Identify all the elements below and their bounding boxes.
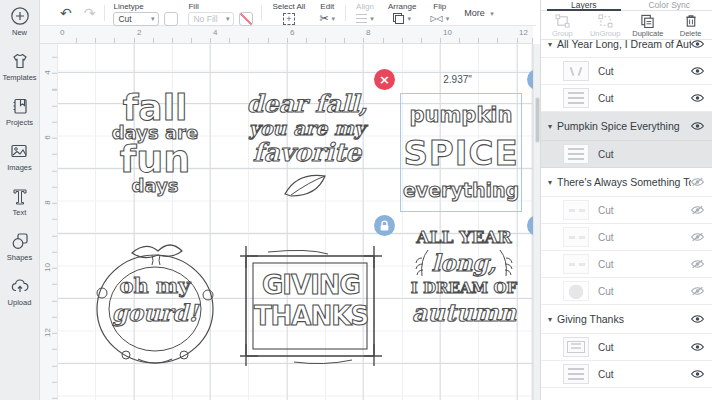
- tab-color-sync[interactable]: Color Sync: [627, 0, 712, 10]
- caret-down-icon: ▾: [226, 15, 230, 23]
- visibility-eye-icon[interactable]: [691, 342, 704, 352]
- left-sidebar: New Templates Projects Images Text: [0, 0, 40, 400]
- redo-icon: ↷: [84, 5, 96, 21]
- tab-layers[interactable]: Layers: [541, 0, 627, 10]
- undo-button[interactable]: ↶: [54, 6, 78, 20]
- sidebar-item-templates[interactable]: Templates: [2, 50, 36, 82]
- layer-row[interactable]: Cut: [541, 251, 712, 278]
- visibility-eye-icon[interactable]: [691, 40, 704, 49]
- arrange-button[interactable]: Arrange ▾: [381, 0, 423, 25]
- layer-group-row[interactable]: ▾ All Year Long, I Dream of Autu...: [541, 40, 712, 58]
- layer-group-row[interactable]: ▾ There's Always Something To ...: [541, 168, 712, 197]
- more-button[interactable]: More ▾: [456, 8, 502, 18]
- panel-action-bar: Group UnGroup Duplicate Delete: [541, 11, 712, 40]
- ruler-number: 0: [60, 28, 64, 37]
- layer-row[interactable]: Cut: [541, 58, 712, 85]
- visibility-eye-icon[interactable]: [691, 369, 704, 379]
- sidebar-item-shapes[interactable]: Shapes: [7, 230, 32, 262]
- leaf-outline-art: [281, 168, 333, 202]
- selection-bounding-box[interactable]: 2.937" pumpkin SPICE everything × ↺: [400, 93, 522, 212]
- group-caret-icon[interactable]: ▾: [548, 315, 552, 324]
- layer-thumbnail: [563, 200, 589, 220]
- visibility-off-icon[interactable]: [691, 259, 704, 269]
- design-giving-thanks[interactable]: GIVING THANKS: [238, 242, 384, 370]
- linetype-select[interactable]: Cut ▾: [113, 12, 159, 26]
- visibility-eye-icon[interactable]: [691, 121, 704, 131]
- align-icon: [356, 14, 367, 23]
- layer-group-row-selected[interactable]: ▾ Pumpkin Spice Everything: [541, 112, 712, 141]
- ungroup-button[interactable]: UnGroup: [584, 11, 627, 39]
- toolbar-divider: [345, 5, 346, 21]
- leaf-sprig-right-art: [496, 248, 514, 278]
- group-icon: [555, 14, 570, 28]
- layer-row[interactable]: Cut: [541, 278, 712, 305]
- delete-handle[interactable]: ×: [374, 69, 395, 90]
- fill-label: Fill: [188, 2, 198, 11]
- delete-button[interactable]: Delete: [669, 11, 712, 39]
- align-button[interactable]: Align ▾: [349, 0, 381, 25]
- design-pumpkin-spice-everything[interactable]: pumpkin SPICE everything: [401, 94, 521, 211]
- layers-panel: Layers Color Sync Group UnGroup Duplicat…: [540, 0, 712, 400]
- fill-value: No Fill: [193, 14, 217, 24]
- group-button[interactable]: Group: [541, 11, 584, 39]
- ruler-number: 12: [43, 328, 52, 338]
- visibility-off-icon[interactable]: [691, 205, 704, 215]
- layer-row[interactable]: Cut: [541, 224, 712, 251]
- group-caret-icon[interactable]: ▾: [548, 122, 552, 131]
- layer-row[interactable]: Cut: [541, 361, 712, 388]
- lock-handle[interactable]: [374, 215, 395, 236]
- linetype-group: Linetype Cut ▾: [108, 0, 183, 25]
- layer-thumbnail: [563, 227, 589, 247]
- linetype-value: Cut: [118, 14, 131, 24]
- group-caret-icon[interactable]: ▾: [548, 40, 552, 49]
- close-icon: ×: [379, 73, 390, 86]
- notebook-icon: [9, 95, 31, 117]
- select-all-button[interactable]: Select All +: [265, 0, 312, 25]
- sidebar-item-label: Text: [13, 208, 27, 217]
- design-dear-fall-you-are-my-favorite[interactable]: dear fall, you are my favorite: [233, 90, 381, 202]
- no-fill-swatch[interactable]: [239, 12, 253, 26]
- scissors-icon: ✂: [319, 12, 328, 25]
- new-plus-icon: [9, 5, 31, 27]
- layer-group-row[interactable]: ▾ Giving Thanks: [541, 305, 712, 334]
- design-fall-days-are-fun-days[interactable]: fall days are fun days: [90, 92, 220, 196]
- vertical-ruler: 4 6 8 10 12: [40, 44, 58, 400]
- sidebar-item-new[interactable]: New: [9, 5, 31, 37]
- design-oh-my-gourd[interactable]: oh my gourd!: [86, 237, 224, 369]
- sidebar-item-label: Images: [7, 163, 32, 172]
- visibility-eye-icon[interactable]: [691, 93, 704, 103]
- toolbar-divider: [261, 5, 262, 21]
- layer-row-selected[interactable]: Cut: [541, 141, 712, 168]
- sidebar-item-label: Upload: [8, 298, 32, 307]
- sidebar-item-projects[interactable]: Projects: [6, 95, 33, 127]
- sidebar-item-text[interactable]: Text: [9, 185, 31, 217]
- group-caret-icon[interactable]: ▾: [548, 178, 552, 187]
- design-all-year-long-i-dream-of-autumn[interactable]: ALL YEAR long, I DREAM OF autumn: [397, 227, 531, 327]
- image-icon: [8, 140, 30, 162]
- duplicate-button[interactable]: Duplicate: [627, 11, 670, 39]
- canvas-scrollbar[interactable]: [533, 44, 540, 400]
- ruler-number: 12: [519, 28, 528, 37]
- redo-button[interactable]: ↷: [78, 6, 102, 20]
- fill-select[interactable]: No Fill ▾: [188, 12, 234, 26]
- visibility-eye-icon[interactable]: [691, 66, 704, 76]
- ruler-number: 6: [290, 28, 294, 37]
- layer-row[interactable]: Cut: [541, 85, 712, 112]
- layer-row[interactable]: Cut: [541, 334, 712, 361]
- visibility-off-icon[interactable]: [691, 232, 704, 242]
- layer-thumbnail: [563, 281, 589, 301]
- flip-button[interactable]: Flip ▷◁▾: [423, 0, 456, 25]
- text-t-icon: [9, 185, 31, 207]
- caret-down-icon: ▾: [370, 15, 374, 23]
- edit-button[interactable]: Edit ✂▾: [312, 0, 342, 25]
- design-app-window: New Templates Projects Images Text: [0, 0, 712, 400]
- visibility-off-icon[interactable]: [691, 177, 704, 187]
- sidebar-item-upload[interactable]: Upload: [8, 275, 32, 307]
- visibility-off-icon[interactable]: [691, 286, 704, 296]
- visibility-eye-icon[interactable]: [691, 314, 704, 324]
- caret-down-icon: ▾: [407, 15, 411, 23]
- linetype-color-swatch[interactable]: [164, 12, 178, 26]
- layer-row[interactable]: Cut: [541, 197, 712, 224]
- shapes-icon: [9, 230, 31, 252]
- sidebar-item-images[interactable]: Images: [7, 140, 32, 172]
